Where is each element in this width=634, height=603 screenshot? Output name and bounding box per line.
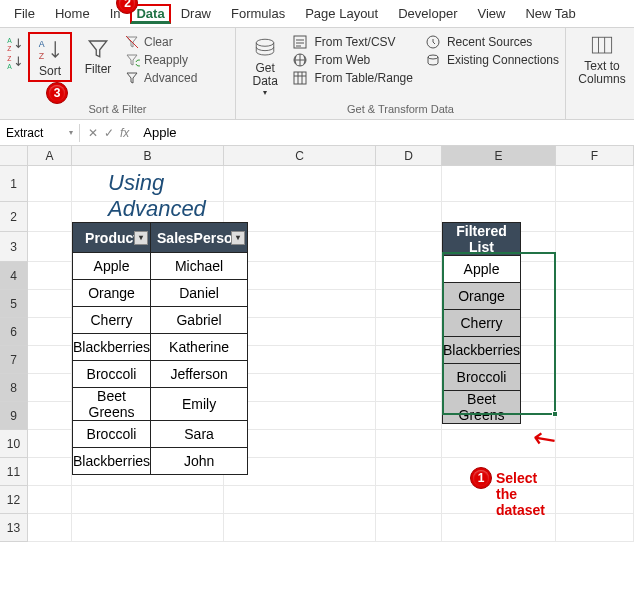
cell-filtered[interactable]: Apple [443,256,521,283]
row-header[interactable]: 10 [0,430,28,458]
col-header-a[interactable]: A [28,146,72,166]
advanced-filter[interactable]: Advanced [124,70,197,86]
select-all-corner[interactable] [0,146,28,166]
row-header[interactable]: 1 [0,166,28,202]
table-row[interactable]: BlackberriesJohn [73,448,248,475]
col-header-c[interactable]: C [224,146,376,166]
cell[interactable] [556,290,634,318]
cell[interactable] [376,232,442,262]
cell-filtered[interactable]: Beet Greens [443,391,521,424]
row-header[interactable]: 7 [0,346,28,374]
cell[interactable] [556,346,634,374]
get-data-button[interactable]: Get Data ▾ [242,32,288,99]
cell[interactable] [376,486,442,514]
cell[interactable] [556,402,634,430]
text-to-columns-button[interactable]: Text to Columns [572,30,632,88]
recent-sources[interactable]: Recent Sources [425,34,559,50]
cell[interactable] [376,318,442,346]
cell[interactable] [28,290,72,318]
cell-filtered[interactable]: Blackberries [443,337,521,364]
from-web[interactable]: From Web [292,52,413,68]
reapply-filter[interactable]: Reapply [124,52,197,68]
table-row[interactable]: OrangeDaniel [73,280,248,307]
cell[interactable] [376,262,442,290]
row-header[interactable]: 13 [0,514,28,542]
filter-dropdown-icon[interactable]: ▾ [231,231,245,245]
name-box[interactable]: Extract ▾ [0,124,80,142]
tab-formulas[interactable]: Formulas [221,2,295,25]
cell[interactable] [556,458,634,486]
cell[interactable] [376,430,442,458]
row-header[interactable]: 6 [0,318,28,346]
cell[interactable] [376,346,442,374]
cell[interactable] [376,290,442,318]
cell[interactable] [556,430,634,458]
cell-salesperson[interactable]: Emily [151,388,248,421]
table-row[interactable]: Beet GreensEmily [73,388,248,421]
filter-button[interactable]: Filter [76,32,120,78]
table-row[interactable]: Blackberries [443,337,521,364]
cell-product[interactable]: Beet Greens [73,388,151,421]
filter-dropdown-icon[interactable]: ▾ [134,231,148,245]
cell-product[interactable]: Broccoli [73,361,151,388]
cell[interactable] [28,262,72,290]
cell[interactable] [28,346,72,374]
accept-formula-icon[interactable]: ✓ [104,126,114,140]
cell-product[interactable]: Orange [73,280,151,307]
cell[interactable] [556,486,634,514]
cell[interactable] [376,166,442,202]
col-header-f[interactable]: F [556,146,634,166]
sort-desc-icon[interactable]: ZA [6,54,24,70]
from-table-range[interactable]: From Table/Range [292,70,413,86]
table-row[interactable]: BroccoliSara [73,421,248,448]
row-header[interactable]: 8 [0,374,28,402]
cell-salesperson[interactable]: Michael [151,253,248,280]
header-filtered[interactable]: Filtered List [443,223,521,256]
cell[interactable] [556,262,634,290]
cell-salesperson[interactable]: John [151,448,248,475]
cell[interactable] [28,458,72,486]
cell-filtered[interactable]: Cherry [443,310,521,337]
cell[interactable] [28,318,72,346]
cell[interactable] [556,202,634,232]
cell[interactable] [556,514,634,542]
cell[interactable] [224,514,376,542]
table-row[interactable]: AppleMichael [73,253,248,280]
cell[interactable] [28,486,72,514]
cell[interactable] [556,232,634,262]
cell[interactable] [28,430,72,458]
row-header[interactable]: 11 [0,458,28,486]
row-header[interactable]: 9 [0,402,28,430]
table-row[interactable]: Broccoli [443,364,521,391]
cell[interactable] [72,514,224,542]
cell-product[interactable]: Cherry [73,307,151,334]
tab-view[interactable]: View [467,2,515,25]
cell[interactable] [224,486,376,514]
cell[interactable] [556,318,634,346]
table-row[interactable]: CherryGabriel [73,307,248,334]
cell-salesperson[interactable]: Gabriel [151,307,248,334]
cell-filtered[interactable]: Broccoli [443,364,521,391]
row-header[interactable]: 12 [0,486,28,514]
cell[interactable] [224,166,376,202]
cell[interactable] [28,374,72,402]
tab-file[interactable]: File [4,2,45,25]
header-product[interactable]: Product▾ [73,223,151,253]
cell-product[interactable]: Blackberries [73,334,151,361]
existing-connections[interactable]: Existing Connections [425,52,559,68]
cell-product[interactable]: Blackberries [73,448,151,475]
col-header-d[interactable]: D [376,146,442,166]
row-header[interactable]: 5 [0,290,28,318]
cell[interactable] [376,458,442,486]
cell[interactable] [376,514,442,542]
cell[interactable] [442,166,556,202]
table-row[interactable]: Cherry [443,310,521,337]
tab-home[interactable]: Home [45,2,100,25]
cell[interactable] [28,232,72,262]
cancel-formula-icon[interactable]: ✕ [88,126,98,140]
cell-filtered[interactable]: Orange [443,283,521,310]
cell[interactable] [28,166,72,202]
table-row[interactable]: Orange [443,283,521,310]
cell[interactable] [28,402,72,430]
cell-salesperson[interactable]: Jefferson [151,361,248,388]
